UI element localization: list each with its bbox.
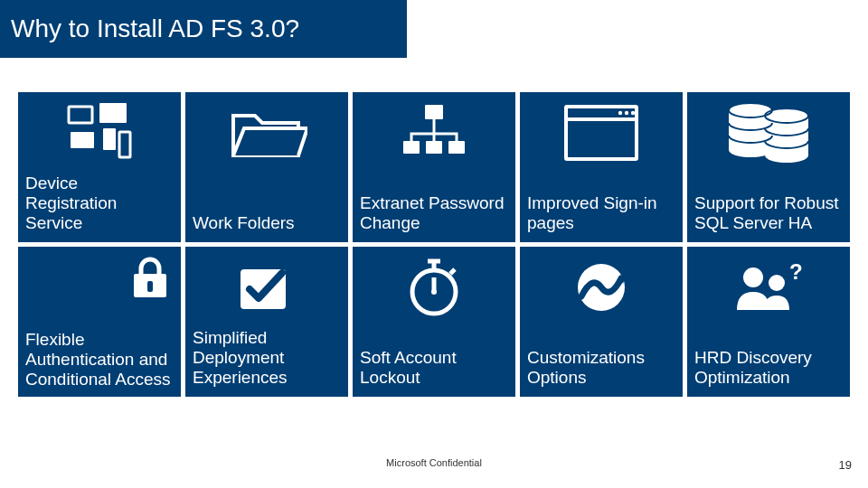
lock-icon	[125, 252, 175, 303]
svg-rect-2	[103, 128, 116, 150]
svg-rect-3	[71, 132, 94, 148]
page-title: Why to Install AD FS 3.0?	[11, 14, 299, 43]
svg-point-13	[631, 111, 635, 115]
title-bar: Why to Install AD FS 3.0?	[0, 0, 407, 58]
checkbox-icon	[185, 247, 348, 328]
svg-point-19	[765, 148, 808, 163]
tile-lockout: Soft Account Lockout	[353, 247, 515, 397]
svg-point-11	[618, 111, 622, 115]
svg-rect-0	[69, 107, 92, 123]
footer-confidential: Microsoft Confidential	[0, 457, 868, 468]
tile-device-registration: Device Registration Service	[18, 92, 181, 242]
page-number: 19	[839, 458, 852, 472]
feature-grid: Device Registration Service Work Folders	[18, 92, 850, 397]
devices-icon	[18, 92, 181, 174]
stopwatch-icon	[353, 247, 515, 328]
tile-label: Soft Account Lockout	[360, 348, 508, 388]
svg-point-12	[625, 111, 628, 115]
tile-work-folders: Work Folders	[185, 92, 348, 242]
tile-label: HRD Discovery Optimization	[694, 348, 843, 388]
tile-label: Support for Robust SQL Server HA	[694, 193, 843, 233]
svg-point-32	[743, 267, 763, 287]
window-icon	[520, 92, 683, 174]
svg-rect-8	[448, 141, 465, 154]
tile-label: Simplified Deployment Experiences	[193, 328, 341, 388]
org-chart-icon	[353, 92, 515, 174]
tile-label: Flexible Authentication and Conditional …	[25, 330, 174, 389]
svg-rect-5	[425, 105, 443, 119]
route-icon	[520, 247, 683, 328]
tile-label: Device Registration Service	[25, 174, 174, 233]
svg-rect-1	[99, 103, 127, 123]
tile-hrd: ? HRD Discovery Optimization	[687, 247, 850, 397]
svg-rect-23	[147, 281, 153, 292]
tile-label: Extranet Password Change	[360, 193, 508, 233]
svg-rect-7	[426, 141, 442, 154]
tile-label: Customizations Options	[527, 348, 675, 388]
svg-point-33	[769, 275, 785, 291]
tile-sql-ha: Support for Robust SQL Server HA	[687, 92, 850, 242]
svg-line-29	[450, 269, 455, 274]
tile-deploy: Simplified Deployment Experiences	[185, 247, 348, 397]
tile-flexible-auth: Flexible Authentication and Conditional …	[18, 247, 181, 397]
tile-customizations: Customizations Options	[520, 247, 683, 397]
svg-point-30	[431, 289, 437, 295]
tile-signin-pages: Improved Sign-in pages	[520, 92, 683, 242]
servers-icon	[687, 92, 850, 174]
svg-rect-6	[403, 141, 420, 154]
folder-icon	[185, 92, 348, 174]
tile-label: Improved Sign-in pages	[527, 193, 675, 233]
people-question-icon: ?	[687, 247, 850, 328]
svg-rect-4	[119, 132, 130, 157]
svg-text:?: ?	[789, 259, 803, 284]
tile-label: Work Folders	[193, 213, 341, 233]
tile-extranet-password: Extranet Password Change	[353, 92, 515, 242]
